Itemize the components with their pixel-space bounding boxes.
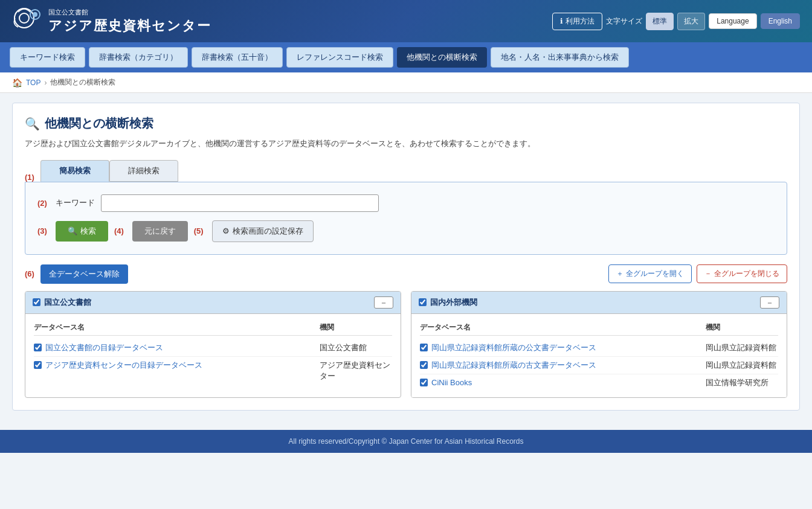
db-group-1-header-left: 国立公文書館 [33,297,91,308]
logo-text: 国立公文書館 アジア歴史資料センター [48,8,211,35]
logo-small: 国立公文書館 [48,8,211,17]
annotation-3: (3) [37,226,47,235]
help-button[interactable]: ℹ 利用方法 [552,13,602,30]
main-content: 🔍 他機関との横断検索 アジ歴および国立公文書館デジタルアーカイブと、他機関の運… [0,93,812,420]
nav-tabs: キーワード検索 辞書検索（カテゴリ） 辞書検索（五十音） レファレンスコード検索… [0,42,812,72]
db-item-2-3-institution: 国立情報学研究所 [706,377,778,388]
logo-area: 国立公文書館 アジア歴史資料センター [12,6,211,36]
db-group-2-checkbox[interactable] [419,298,427,306]
svg-point-1 [19,13,29,23]
gear-icon: ⚙ [222,226,230,235]
search-icon: 🔍 [68,226,77,235]
header-controls: ℹ 利用方法 文字サイズ 標準 拡大 Language English [552,13,800,30]
font-standard-button[interactable]: 標準 [646,13,674,30]
db-item-2-2-institution: 岡山県立記録資料館 [706,360,778,371]
db-item-1-1-link[interactable]: 国立公文書館の目録データベース [45,342,163,353]
db-item-2-1-checkbox[interactable] [420,344,428,351]
db-row: アジア歴史資料センターの目録データベース アジア歴史資料センター [34,357,392,385]
db-item-2-1-institution: 岡山県立記録資料館 [706,342,778,353]
home-icon: 🏠 [12,78,22,88]
annotation-5: (5) [194,226,204,235]
page-title-row: 🔍 他機関との横断検索 [25,115,787,132]
page-title: 他機関との横断検索 [45,115,153,132]
db-groups: 国立公文書館 － データベース名 機関 国立公文書館の目録データベース 国 [25,291,787,399]
annotation-2: (2) [37,199,47,208]
db-group-1-title: 国立公文書館 [44,297,91,308]
tab-reference-code[interactable]: レファレンスコード検索 [286,47,393,68]
db-item-1-2-link[interactable]: アジア歴史資料センターの目録データベース [45,360,202,371]
header: 国立公文書館 アジア歴史資料センター ℹ 利用方法 文字サイズ 標準 拡大 La… [0,0,812,42]
footer: All rights reserved/Copyright © Japan Ce… [0,430,812,453]
font-size-label: 文字サイズ [606,16,642,27]
db-item-1-2-checkbox[interactable] [34,361,42,369]
db-group-2-header-left: 国内外部機関 [419,297,477,308]
clear-all-button[interactable]: 全データベース解除 [40,264,128,284]
breadcrumb: 🏠 TOP › 他機関との横断検索 [0,72,812,93]
tab-advanced-search[interactable]: 詳細検索 [109,160,178,182]
search-box-area: (2) キーワード (3) 🔍 検索 (4) 元に戻す (5) ⚙ 検索画面の設… [25,182,787,255]
save-settings-button[interactable]: ⚙ 検索画面の設定保存 [212,220,314,242]
db-row: 国立公文書館の目録データベース 国立公文書館 [34,339,392,357]
breadcrumb-separator: › [44,78,47,87]
english-button[interactable]: English [761,13,800,29]
logo-icon [12,6,42,36]
tab-dict-category[interactable]: 辞書検索（カテゴリ） [89,47,188,68]
keyword-row: (2) キーワード [37,194,775,212]
db-row: 岡山県立記録資料館所蔵の公文書データベース 岡山県立記録資料館 [420,339,778,357]
db-item-2-2-checkbox[interactable] [420,361,428,369]
db-group-2-title: 国内外部機関 [430,297,477,308]
search-icon-title: 🔍 [25,117,40,131]
tab-encyclopedia[interactable]: 地名・人名・出来事事典から検索 [491,47,629,68]
logo-large: アジア歴史資料センター [48,17,211,35]
db-row: CiNii Books 国立情報学研究所 [420,374,778,391]
db-item-2-2-link[interactable]: 岡山県立記録資料館所蔵の古文書データベース [431,360,596,371]
footer-text: All rights reserved/Copyright © Japan Ce… [288,437,523,446]
db-item-2-3-link[interactable]: CiNii Books [431,377,472,388]
group-controls: ＋ 全グループを開く － 全グループを閉じる [608,264,787,283]
plus-icon: ＋ [616,269,624,279]
tab-keyword-search[interactable]: キーワード検索 [10,47,85,68]
db-group-1-checkbox[interactable] [33,298,40,306]
search-tabs: 簡易検索 詳細検索 [40,160,178,182]
font-large-button[interactable]: 拡大 [677,13,705,30]
annotation-4: (4) [114,226,124,235]
db-group-1-header: 国立公文書館 － [25,292,401,314]
search-button[interactable]: 🔍 検索 [56,221,108,242]
minus-icon: － [704,269,712,279]
tab-cross-search[interactable]: 他機関との横断検索 [397,47,487,68]
db-item-2-3-checkbox[interactable] [420,379,428,386]
db-group-1-table-header: データベース名 機関 [34,320,392,336]
db-group-2-collapse-button[interactable]: － [760,296,779,309]
db-group-2: 国内外部機関 － データベース名 機関 岡山県立記録資料館所蔵の公文書データベー… [411,291,787,399]
breadcrumb-home[interactable]: TOP [26,78,40,87]
page-description: アジ歴および国立公文書館デジタルアーカイブと、他機関の運営するアジア歴史資料等の… [25,138,787,150]
info-icon: ℹ [560,17,563,25]
db-item-1-1-checkbox[interactable] [34,344,42,351]
collapse-all-button[interactable]: － 全グループを閉じる [697,264,787,283]
db-item-1-1-institution: 国立公文書館 [320,342,392,353]
button-row: (3) 🔍 検索 (4) 元に戻す (5) ⚙ 検索画面の設定保存 [37,220,775,242]
tab-dict-gojuuon[interactable]: 辞書検索（五十音） [192,47,283,68]
db-group-1-collapse-button[interactable]: － [374,296,393,309]
db-row: 岡山県立記録資料館所蔵の古文書データベース 岡山県立記録資料館 [420,357,778,374]
annotation-6: (6) [25,269,34,278]
db-group-2-body: データベース名 機関 岡山県立記録資料館所蔵の公文書データベース 岡山県立記録資… [411,314,787,398]
db-item-1-2-institution: アジア歴史資料センター [320,360,392,382]
keyword-label: キーワード [56,197,95,208]
db-group-2-header: 国内外部機関 － [411,292,787,314]
content-card: 🔍 他機関との横断検索 アジ歴および国立公文書館デジタルアーカイブと、他機関の運… [12,103,800,411]
db-group-2-table-header: データベース名 機関 [420,320,778,336]
svg-point-3 [33,12,37,17]
db-group-1: 国立公文書館 － データベース名 機関 国立公文書館の目録データベース 国 [25,291,401,399]
expand-all-button[interactable]: ＋ 全グループを開く [608,264,692,283]
keyword-input[interactable] [101,194,379,212]
db-controls: (6) 全データベース解除 ＋ 全グループを開く － 全グループを閉じる [25,264,787,284]
annotation-1: (1) [25,173,34,182]
breadcrumb-current: 他機関との横断検索 [50,77,115,88]
reset-button[interactable]: 元に戻す [132,221,188,242]
tab-simple-search[interactable]: 簡易検索 [40,160,109,182]
db-item-2-1-link[interactable]: 岡山県立記録資料館所蔵の公文書データベース [431,342,596,353]
db-group-1-body: データベース名 機関 国立公文書館の目録データベース 国立公文書館 ア [25,314,401,391]
language-button[interactable]: Language [709,13,756,29]
